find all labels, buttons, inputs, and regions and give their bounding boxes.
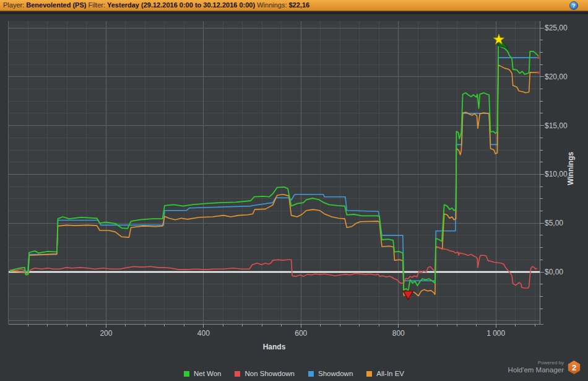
legend-swatch (308, 371, 314, 377)
winnings-label: Winnings: (257, 1, 287, 9)
plot-area (9, 21, 540, 324)
legend-swatch (184, 371, 189, 377)
filter-bar: Player:Benevolented (PS) Filter:Yesterda… (0, 0, 588, 11)
filter-value: Yesterday (29.12.2016 0:00 to 30.12.2016… (107, 1, 255, 9)
legend-item-all-in-ev: All-In EV (366, 370, 404, 377)
legend-swatch (235, 371, 240, 377)
filter-label: Filter: (89, 1, 106, 9)
player-name: Benevolented (PS) (26, 1, 86, 9)
legend-label: Net Won (194, 370, 222, 377)
help-icon[interactable]: ? (569, 1, 578, 10)
legend-label: Showdown (318, 370, 353, 377)
y-tick-label: $0,00 (545, 268, 563, 276)
legend: Net WonNon ShowdownShowdownAll-In EV (0, 368, 588, 379)
y-tick-label: $20,00 (545, 72, 568, 81)
legend-item-net-won: Net Won (184, 370, 222, 377)
series-end-dot (537, 56, 540, 59)
legend-label: Non Showdown (244, 370, 295, 377)
powered-by-label: Powered by (508, 361, 564, 366)
y-tick-label: $5,00 (545, 219, 563, 227)
winnings-value: $22,16 (288, 1, 309, 9)
y-axis-title: Winnings (566, 152, 575, 185)
powered-by-block: Powered by Hold'em Manager 2 (508, 361, 581, 374)
winnings-chart: 2004006008001 000$25,00$20,00$15,00$10,0… (0, 0, 588, 381)
x-tick-label: 400 (197, 329, 210, 338)
brand-name: Hold'em Manager (508, 367, 564, 374)
legend-item-non-showdown: Non Showdown (235, 370, 295, 377)
legend-swatch (366, 371, 372, 377)
x-tick-label: 200 (100, 329, 112, 338)
y-tick-label: $15,00 (545, 121, 568, 130)
y-tick-label: $25,00 (545, 24, 568, 32)
player-label: Player: (3, 1, 24, 9)
y-tick-label: $10,00 (545, 170, 568, 178)
brand-badge-icon: 2 (568, 361, 581, 374)
topbar-divider (0, 12, 588, 14)
x-tick-label: 800 (392, 329, 405, 338)
x-tick-label: 1 000 (486, 329, 505, 338)
x-axis-title: Hands (9, 343, 540, 351)
legend-label: All-In EV (376, 370, 404, 377)
legend-item-showdown: Showdown (308, 370, 353, 377)
series-end-dot (537, 71, 540, 74)
x-tick-label: 600 (295, 329, 307, 338)
